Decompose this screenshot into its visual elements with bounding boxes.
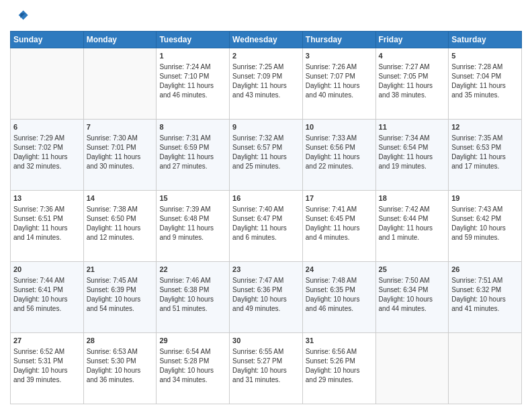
calendar-cell: 26 Sunrise: 7:51 AM Sunset: 6:32 PM Dayl… xyxy=(449,262,522,333)
weekday-header-thursday: Thursday xyxy=(302,32,375,48)
daylight-text: Daylight: 11 hours and 27 minutes. xyxy=(159,153,214,170)
sunrise-text: Sunrise: 7:35 AM xyxy=(451,134,502,142)
cell-text: Sunrise: 7:30 AM Sunset: 7:01 PM Dayligh… xyxy=(87,134,154,171)
daylight-text: Daylight: 11 hours and 12 minutes. xyxy=(87,224,141,241)
cell-text: Sunrise: 7:32 AM Sunset: 6:57 PM Dayligh… xyxy=(232,134,300,171)
sunrise-text: Sunrise: 7:29 AM xyxy=(13,134,64,142)
calendar-cell: 22 Sunrise: 7:46 AM Sunset: 6:38 PM Dayl… xyxy=(157,262,230,333)
day-number: 7 xyxy=(87,122,154,132)
day-number: 8 xyxy=(159,122,226,132)
calendar-cell xyxy=(11,48,84,120)
sunrise-text: Sunrise: 6:53 AM xyxy=(87,348,138,355)
sunrise-text: Sunrise: 6:55 AM xyxy=(232,348,283,355)
cell-text: Sunrise: 7:51 AM Sunset: 6:32 PM Dayligh… xyxy=(451,276,519,314)
calendar-cell: 1 Sunrise: 7:24 AM Sunset: 7:10 PM Dayli… xyxy=(157,48,230,120)
daylight-text: Daylight: 11 hours and 14 minutes. xyxy=(13,224,68,241)
sunset-text: Sunset: 6:39 PM xyxy=(87,286,136,293)
calendar-cell: 16 Sunrise: 7:40 AM Sunset: 6:47 PM Dayl… xyxy=(230,191,303,262)
daylight-text: Daylight: 10 hours and 44 minutes. xyxy=(379,295,433,312)
sunset-text: Sunset: 7:04 PM xyxy=(451,73,501,80)
cell-text: Sunrise: 7:36 AM Sunset: 6:51 PM Dayligh… xyxy=(13,205,81,242)
sunset-text: Sunset: 5:31 PM xyxy=(13,357,63,365)
sunrise-text: Sunrise: 6:56 AM xyxy=(306,348,357,355)
cell-text: Sunrise: 7:43 AM Sunset: 6:42 PM Dayligh… xyxy=(451,205,519,242)
cell-text: Sunrise: 7:34 AM Sunset: 6:54 PM Dayligh… xyxy=(379,134,446,171)
day-number: 17 xyxy=(306,193,373,203)
cell-text: Sunrise: 7:29 AM Sunset: 7:02 PM Dayligh… xyxy=(13,134,81,171)
calendar-cell: 28 Sunrise: 6:53 AM Sunset: 5:30 PM Dayl… xyxy=(83,333,157,404)
sunrise-text: Sunrise: 7:50 AM xyxy=(379,277,430,284)
sunrise-text: Sunrise: 7:48 AM xyxy=(306,277,357,284)
calendar-cell: 29 Sunrise: 6:54 AM Sunset: 5:28 PM Dayl… xyxy=(157,333,230,404)
calendar-cell: 13 Sunrise: 7:36 AM Sunset: 6:51 PM Dayl… xyxy=(11,191,84,262)
day-number: 4 xyxy=(379,51,446,61)
cell-text: Sunrise: 6:54 AM Sunset: 5:28 PM Dayligh… xyxy=(159,347,226,385)
logo-icon xyxy=(10,7,29,26)
calendar-cell: 18 Sunrise: 7:42 AM Sunset: 6:44 PM Dayl… xyxy=(375,191,449,262)
calendar-cell: 3 Sunrise: 7:26 AM Sunset: 7:07 PM Dayli… xyxy=(302,48,375,120)
calendar-cell xyxy=(83,48,157,120)
cell-text: Sunrise: 7:40 AM Sunset: 6:47 PM Dayligh… xyxy=(232,205,300,242)
sunrise-text: Sunrise: 7:27 AM xyxy=(379,63,430,71)
calendar-cell: 7 Sunrise: 7:30 AM Sunset: 7:01 PM Dayli… xyxy=(83,120,157,191)
day-number: 30 xyxy=(232,336,300,346)
daylight-text: Daylight: 11 hours and 9 minutes. xyxy=(159,224,214,241)
sunrise-text: Sunrise: 7:41 AM xyxy=(306,205,357,213)
daylight-text: Daylight: 10 hours and 56 minutes. xyxy=(13,295,68,312)
daylight-text: Daylight: 11 hours and 4 minutes. xyxy=(306,224,360,241)
day-number: 10 xyxy=(306,122,373,132)
sunrise-text: Sunrise: 7:33 AM xyxy=(306,134,357,142)
daylight-text: Daylight: 10 hours and 41 minutes. xyxy=(451,295,506,312)
day-number: 2 xyxy=(232,51,300,61)
daylight-text: Daylight: 11 hours and 46 minutes. xyxy=(159,82,214,99)
cell-text: Sunrise: 7:48 AM Sunset: 6:35 PM Dayligh… xyxy=(306,276,373,314)
cell-text: Sunrise: 6:53 AM Sunset: 5:30 PM Dayligh… xyxy=(87,347,154,385)
sunrise-text: Sunrise: 7:51 AM xyxy=(451,277,502,284)
cell-text: Sunrise: 6:55 AM Sunset: 5:27 PM Dayligh… xyxy=(232,347,300,385)
sunrise-text: Sunrise: 7:44 AM xyxy=(13,277,64,284)
calendar-cell: 25 Sunrise: 7:50 AM Sunset: 6:34 PM Dayl… xyxy=(375,262,449,333)
sunrise-text: Sunrise: 6:52 AM xyxy=(13,348,64,355)
daylight-text: Daylight: 10 hours and 54 minutes. xyxy=(87,295,141,312)
sunrise-text: Sunrise: 7:39 AM xyxy=(159,205,210,213)
daylight-text: Daylight: 10 hours and 46 minutes. xyxy=(306,295,360,312)
sunset-text: Sunset: 7:09 PM xyxy=(232,73,282,80)
sunset-text: Sunset: 7:02 PM xyxy=(13,144,63,151)
cell-text: Sunrise: 7:24 AM Sunset: 7:10 PM Dayligh… xyxy=(159,62,226,100)
cell-text: Sunrise: 7:42 AM Sunset: 6:44 PM Dayligh… xyxy=(379,205,446,242)
calendar-week-5: 27 Sunrise: 6:52 AM Sunset: 5:31 PM Dayl… xyxy=(11,333,522,404)
calendar-cell xyxy=(375,333,449,404)
calendar-cell: 24 Sunrise: 7:48 AM Sunset: 6:35 PM Dayl… xyxy=(302,262,375,333)
calendar-cell: 27 Sunrise: 6:52 AM Sunset: 5:31 PM Dayl… xyxy=(11,333,84,404)
calendar-cell: 21 Sunrise: 7:45 AM Sunset: 6:39 PM Dayl… xyxy=(83,262,157,333)
sunset-text: Sunset: 6:45 PM xyxy=(306,215,355,222)
logo xyxy=(10,7,32,26)
sunset-text: Sunset: 6:42 PM xyxy=(451,215,501,222)
calendar-cell: 6 Sunrise: 7:29 AM Sunset: 7:02 PM Dayli… xyxy=(11,120,84,191)
day-number: 29 xyxy=(159,336,226,346)
cell-text: Sunrise: 7:31 AM Sunset: 6:59 PM Dayligh… xyxy=(159,134,226,171)
cell-text: Sunrise: 6:56 AM Sunset: 5:26 PM Dayligh… xyxy=(306,347,373,385)
calendar-cell: 31 Sunrise: 6:56 AM Sunset: 5:26 PM Dayl… xyxy=(302,333,375,404)
day-number: 11 xyxy=(379,122,446,132)
day-number: 14 xyxy=(87,193,154,203)
calendar-cell: 10 Sunrise: 7:33 AM Sunset: 6:56 PM Dayl… xyxy=(302,120,375,191)
sunset-text: Sunset: 6:36 PM xyxy=(232,286,282,293)
daylight-text: Daylight: 10 hours and 31 minutes. xyxy=(232,367,287,383)
daylight-text: Daylight: 11 hours and 32 minutes. xyxy=(13,153,68,170)
sunrise-text: Sunrise: 7:38 AM xyxy=(87,205,138,213)
daylight-text: Daylight: 10 hours and 39 minutes. xyxy=(13,367,68,383)
sunrise-text: Sunrise: 7:43 AM xyxy=(451,205,502,213)
sunset-text: Sunset: 6:59 PM xyxy=(159,144,209,151)
day-number: 20 xyxy=(13,265,81,275)
cell-text: Sunrise: 7:50 AM Sunset: 6:34 PM Dayligh… xyxy=(379,276,446,314)
day-number: 19 xyxy=(451,193,519,203)
sunrise-text: Sunrise: 7:28 AM xyxy=(451,63,502,71)
daylight-text: Daylight: 11 hours and 30 minutes. xyxy=(87,153,141,170)
daylight-text: Daylight: 10 hours and 29 minutes. xyxy=(306,367,360,383)
weekday-header-saturday: Saturday xyxy=(449,32,522,48)
daylight-text: Daylight: 10 hours and 49 minutes. xyxy=(232,295,287,312)
sunrise-text: Sunrise: 7:31 AM xyxy=(159,134,210,142)
calendar-cell: 2 Sunrise: 7:25 AM Sunset: 7:09 PM Dayli… xyxy=(230,48,303,120)
sunset-text: Sunset: 6:47 PM xyxy=(232,215,282,222)
